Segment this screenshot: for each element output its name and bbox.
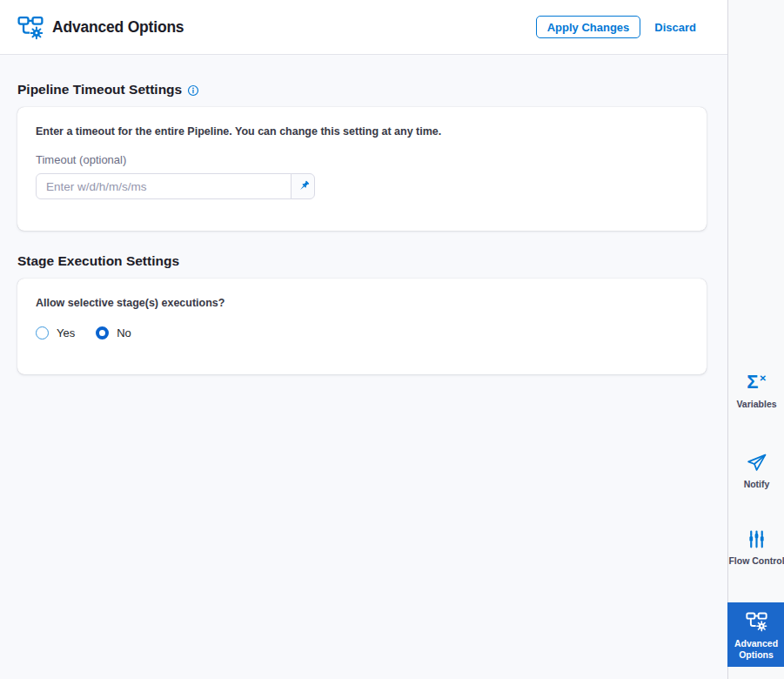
- sidebar-item-advanced-options[interactable]: Advanced Options: [727, 602, 784, 667]
- sidebar-item-flow-control[interactable]: Flow Control: [728, 528, 784, 566]
- header: Advanced Options Apply Changes Discard: [0, 0, 727, 55]
- timeout-field-label: Timeout (optional): [36, 153, 688, 166]
- sidebar-item-label: Notify: [744, 479, 770, 489]
- radio-no[interactable]: [96, 326, 109, 340]
- sidebar-item-label: Variables: [736, 399, 776, 409]
- sidebar-item-label: Flow Control: [728, 555, 784, 566]
- radio-yes[interactable]: [36, 326, 49, 340]
- radio-option-no[interactable]: No: [96, 326, 131, 340]
- pipeline-gear-icon: [17, 14, 44, 40]
- sliders-icon: [746, 528, 767, 550]
- sidebar-item-notify[interactable]: Notify: [728, 451, 784, 489]
- title-group: Advanced Options: [17, 14, 184, 40]
- sidebar-item-label: Advanced Options: [727, 638, 784, 660]
- stage-execution-card: Allow selective stage(s) executions? Yes…: [17, 279, 707, 374]
- right-sidebar: Σ✕ Variables Notify: [727, 0, 784, 679]
- pushpin-icon: [297, 180, 310, 193]
- content-area: Pipeline Timeout Settings Enter a timeou…: [0, 82, 727, 374]
- pipeline-gear-icon: [746, 609, 767, 632]
- pin-button[interactable]: [291, 173, 315, 199]
- sigma-x-icon: Σ✕: [747, 371, 767, 393]
- timeout-input[interactable]: [36, 173, 291, 199]
- timeout-description: Enter a timeout for the entire Pipeline.…: [36, 125, 688, 138]
- header-actions: Apply Changes Discard: [536, 16, 696, 38]
- main-panel: Advanced Options Apply Changes Discard P…: [0, 0, 727, 679]
- apply-changes-button[interactable]: Apply Changes: [536, 16, 641, 38]
- radio-yes-label: Yes: [57, 326, 75, 340]
- timeout-section-title: Pipeline Timeout Settings: [17, 82, 182, 97]
- info-icon[interactable]: [187, 84, 199, 97]
- page-title: Advanced Options: [52, 18, 184, 37]
- pipeline-timeout-card: Enter a timeout for the entire Pipeline.…: [17, 107, 707, 231]
- radio-no-label: No: [117, 326, 131, 340]
- stage-section-title: Stage Execution Settings: [17, 253, 179, 269]
- stage-section-heading: Stage Execution Settings: [17, 253, 707, 269]
- timeout-section-heading: Pipeline Timeout Settings: [17, 82, 707, 97]
- paper-plane-icon: [746, 451, 767, 474]
- radio-group: Yes No: [36, 326, 688, 340]
- selective-execution-question: Allow selective stage(s) executions?: [36, 297, 688, 309]
- timeout-input-row: [36, 173, 315, 199]
- discard-link[interactable]: Discard: [654, 21, 696, 34]
- radio-option-yes[interactable]: Yes: [36, 326, 75, 340]
- sidebar-item-variables[interactable]: Σ✕ Variables: [728, 371, 784, 409]
